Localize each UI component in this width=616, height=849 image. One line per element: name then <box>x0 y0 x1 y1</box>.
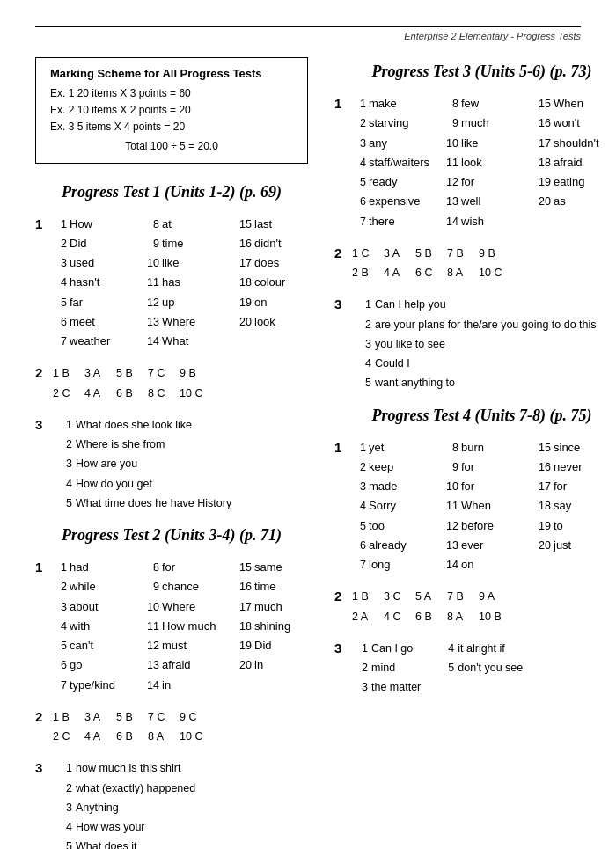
grid-row: 6meet 13Where 20look <box>53 313 330 332</box>
test3-ex2-num: 2 <box>334 245 348 262</box>
grid-row: 4Sorry 11When 18say <box>352 497 616 516</box>
test4-ex3-col2: 4it alright if 5don't you see <box>438 640 523 699</box>
test1-ex1-grid: 1How 8at 15last 2Did 9time 16didn't 3use… <box>53 216 330 353</box>
test3-ex3: 3 1Can I help you 2are your plans for th… <box>334 296 616 393</box>
grid-row: 2keep 9for 16never <box>352 458 616 477</box>
answers-row: 2 A 4 C 6 B 8 A 10 B <box>352 608 510 626</box>
sentence-row: 2what (exactly) happened <box>56 779 195 798</box>
test4-ex1: 1 1yet 8burn 15since 2keep 9for 16never <box>334 439 616 576</box>
grid-row: 7weather 14What <box>53 333 330 351</box>
grid-row: 3used 10like 17does <box>53 254 330 273</box>
sentence-row: 1Can I go <box>352 640 421 658</box>
test1-ex2-num: 2 <box>35 364 49 382</box>
grid-row: 5far 12up 19on <box>53 294 330 312</box>
grid-row: 3any 10like 17shouldn't <box>352 135 616 153</box>
answers-row: 2 C 4 A 6 B 8 A 10 C <box>53 728 211 746</box>
sentence-row: 2Where is she from <box>56 435 231 454</box>
sentence-row: 1how much is this shirt <box>56 759 195 778</box>
right-column: Progress Test 3 (Units 5-6) (p. 73) 1 1m… <box>326 57 616 849</box>
sentence-row: 4How do you get <box>56 475 231 494</box>
test2-ex1-grid: 1had 8for 15same 2while 9chance 16time 3… <box>53 559 330 696</box>
answers-row: 1 C 3 A 5 B 7 B 9 B <box>352 245 510 263</box>
answers-row: 1 B 3 A 5 B 7 C 9 B <box>53 364 211 383</box>
answers-row: 2 C 4 A 6 B 8 C 10 C <box>53 384 211 403</box>
grid-row: 4with 11How much 18shining <box>53 618 330 636</box>
test4-ex2-answers: 1 B 3 C 5 A 7 B 9 A 2 A 4 C 6 B 8 A 10 B <box>352 588 510 627</box>
marking-scheme-box: Marking Scheme for All Progress Tests Ex… <box>35 57 308 164</box>
grid-row: 6expensive 13well 20as <box>352 193 616 211</box>
test2-ex3: 3 1how much is this shirt 2what (exactly… <box>35 759 308 849</box>
grid-row: 3made 10for 17for <box>352 478 616 496</box>
header-line <box>35 26 581 27</box>
marking-scheme-title: Marking Scheme for All Progress Tests <box>50 67 293 80</box>
test3-ex1-grid: 1make 8few 15When 2starving 9much 16won'… <box>352 95 616 232</box>
sentence-row: 4Could I <box>356 355 597 373</box>
test1-title: Progress Test 1 (Units 1-2) (p. 69) <box>35 183 308 201</box>
test2-ex3-num: 3 <box>35 759 49 777</box>
ms-row-1: Ex. 1 20 items X 3 points = 60 <box>50 85 293 102</box>
test3-ex3-sentences: 1Can I help you 2are your plans for the/… <box>356 296 597 393</box>
sentence-row: 1Can I help you <box>356 296 597 314</box>
test2-ex2-num: 2 <box>35 708 49 726</box>
sentence-row: 3you like to see <box>356 335 597 354</box>
test4-ex1-grid: 1yet 8burn 15since 2keep 9for 16never 3m… <box>352 439 616 576</box>
grid-row: 7there 14wish <box>352 213 616 231</box>
test2-ex2: 2 1 B 3 A 5 B 7 C 9 C 2 C 4 A 6 B <box>35 708 308 748</box>
grid-row: 5can't 12must 19Did <box>53 637 330 655</box>
grid-row: 6go 13afraid 20in <box>53 656 330 675</box>
test3-ex2: 2 1 C 3 A 5 B 7 B 9 B 2 B 4 A 6 C <box>334 245 616 284</box>
grid-row: 1yet 8burn 15since <box>352 439 616 457</box>
sentence-row: 3Anything <box>56 799 195 817</box>
test1-ex2-answers: 1 B 3 A 5 B 7 C 9 B 2 C 4 A 6 B 8 C 10 C <box>53 364 211 404</box>
test4-ex2-num: 2 <box>334 588 348 605</box>
page: Enterprise 2 Elementary - Progress Tests… <box>0 0 616 849</box>
grid-row: 1had 8for 15same <box>53 559 330 577</box>
grid-row: 5too 12before 19to <box>352 517 616 536</box>
grid-row: 7long 14on <box>352 556 616 575</box>
sentence-row: 3How are you <box>56 455 231 473</box>
test2-title: Progress Test 2 (Units 3-4) (p. 71) <box>35 526 308 545</box>
sentence-row: 5What does it <box>56 838 195 849</box>
test4-ex3-num: 3 <box>334 640 348 657</box>
test4-ex1-num: 1 <box>334 439 348 457</box>
sentence-row: 4How was your <box>56 818 195 837</box>
test1-ex3-sentences: 1What does she look like 2Where is she f… <box>56 416 231 514</box>
ms-row-2: Ex. 2 10 items X 2 points = 20 <box>50 102 293 119</box>
test2-ex1-num: 1 <box>35 559 49 576</box>
grid-row: 1How 8at 15last <box>53 216 330 234</box>
grid-row: 4staff/waiters 11look 18afraid <box>352 154 616 172</box>
test2-ex3-sentences: 1how much is this shirt 2what (exactly) … <box>56 759 195 849</box>
grid-row: 2starving 9much 16won't <box>352 114 616 133</box>
test3-ex1: 1 1make 8few 15When 2starving 9much 16wo… <box>334 95 616 232</box>
test3-ex2-answers: 1 C 3 A 5 B 7 B 9 B 2 B 4 A 6 C 8 A 10 C <box>352 245 510 284</box>
grid-row: 7type/kind 14in <box>53 677 330 695</box>
header-title: Enterprise 2 Elementary - Progress Tests <box>404 31 581 41</box>
grid-row: 2while 9chance 16time <box>53 578 330 596</box>
test1-ex3-num: 3 <box>35 416 49 434</box>
left-column: Marking Scheme for All Progress Tests Ex… <box>35 57 326 849</box>
sentence-row: 1What does she look like <box>56 416 231 435</box>
grid-row: 4hasn't 11has 18colour <box>53 274 330 292</box>
answers-row: 1 B 3 A 5 B 7 C 9 C <box>53 708 211 727</box>
test3-ex3-num: 3 <box>334 296 348 313</box>
test2-ex2-answers: 1 B 3 A 5 B 7 C 9 C 2 C 4 A 6 B 8 A 10 C <box>53 708 211 748</box>
sentence-row: 5want anything to <box>356 374 597 392</box>
grid-row: 5ready 12for 19eating <box>352 173 616 192</box>
test1-ex2: 2 1 B 3 A 5 B 7 C 9 B 2 C 4 A 6 B <box>35 364 308 404</box>
test2-ex1: 1 1had 8for 15same 2while 9chance 16time <box>35 559 308 696</box>
grid-row: 2Did 9time 16didn't <box>53 235 330 253</box>
test3-ex1-num: 1 <box>334 95 348 113</box>
answers-row: 2 B 4 A 6 C 8 A 10 C <box>352 264 510 282</box>
test1-ex3: 3 1What does she look like 2Where is she… <box>35 416 308 514</box>
test4-ex2: 2 1 B 3 C 5 A 7 B 9 A 2 A 4 C 6 B <box>334 588 616 627</box>
main-layout: Marking Scheme for All Progress Tests Ex… <box>35 57 581 849</box>
sentence-row: 3the matter <box>352 678 421 697</box>
sentence-row: 5don't you see <box>438 659 523 677</box>
answers-row: 1 B 3 C 5 A 7 B 9 A <box>352 588 510 606</box>
test1-ex1-num: 1 <box>35 216 49 233</box>
test4-title: Progress Test 4 (Units 7-8) (p. 75) <box>334 406 616 425</box>
sentence-row: 2mind <box>352 659 421 677</box>
grid-row: 6already 13ever 20just <box>352 537 616 555</box>
test4-ex3-sentences: 1Can I go 2mind 3the matter 4it alright … <box>352 640 523 699</box>
test1-ex1: 1 1How 8at 15last 2Did 9time 16didn't <box>35 216 308 353</box>
